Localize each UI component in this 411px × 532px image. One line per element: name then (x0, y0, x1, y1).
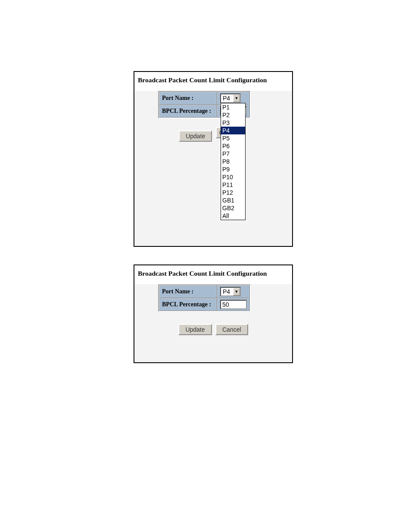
dropdown-option-p3[interactable]: P3 (221, 119, 245, 127)
dropdown-arrow-icon[interactable]: ▼ (233, 288, 240, 296)
port-name-select[interactable]: P4 ▼ (220, 287, 241, 296)
bpcl-percentage-label: BPCL Percentage : (159, 298, 217, 311)
dropdown-option-p10[interactable]: P10 (221, 173, 245, 181)
dropdown-option-p5[interactable]: P5 (221, 134, 245, 142)
config-form-table: Port Name : P4 ▼ BPCL Percentage : (158, 284, 251, 312)
port-name-selected: P4 (221, 288, 233, 295)
dropdown-option-p8[interactable]: P8 (221, 158, 245, 165)
dropdown-option-gb1[interactable]: GB1 (221, 196, 245, 204)
dropdown-option-p2[interactable]: P2 (221, 111, 245, 119)
cancel-button[interactable]: Cancel (215, 324, 248, 335)
dropdown-option-p9[interactable]: P9 (221, 165, 245, 173)
update-button[interactable]: Update (178, 324, 212, 335)
bpcl-percentage-input[interactable] (220, 300, 247, 309)
panel-title: Broadcast Packet Count Limit Configurati… (134, 265, 292, 284)
update-button[interactable]: Update (179, 131, 212, 142)
dropdown-option-gb2[interactable]: GB2 (221, 204, 245, 212)
bpcl-config-panel: Broadcast Packet Count Limit Configurati… (134, 264, 293, 363)
port-name-label: Port Name : (159, 92, 217, 105)
dropdown-arrow-icon[interactable]: ▼ (233, 94, 240, 102)
dropdown-option-p4[interactable]: P4 (221, 127, 245, 134)
port-name-selected: P4 (221, 95, 233, 102)
port-name-select[interactable]: P4 ▼ (220, 93, 241, 103)
dropdown-option-p1[interactable]: P1 (221, 103, 245, 111)
panel-title: Broadcast Packet Count Limit Configurati… (134, 72, 292, 91)
dropdown-option-p7[interactable]: P7 (221, 150, 245, 158)
port-name-dropdown-list[interactable]: P1 P2 P3 P4 P5 P6 P7 P8 P9 P10 P11 P12 G… (221, 103, 246, 220)
dropdown-option-p12[interactable]: P12 (221, 189, 245, 196)
dropdown-option-all[interactable]: All (221, 212, 245, 220)
dropdown-option-p11[interactable]: P11 (221, 181, 245, 189)
bpcl-percentage-label: BPCL Percentage : (159, 105, 217, 118)
bpcl-config-panel-open: Broadcast Packet Count Limit Configurati… (134, 71, 293, 247)
port-name-label: Port Name : (159, 285, 217, 298)
dropdown-option-p6[interactable]: P6 (221, 142, 245, 150)
